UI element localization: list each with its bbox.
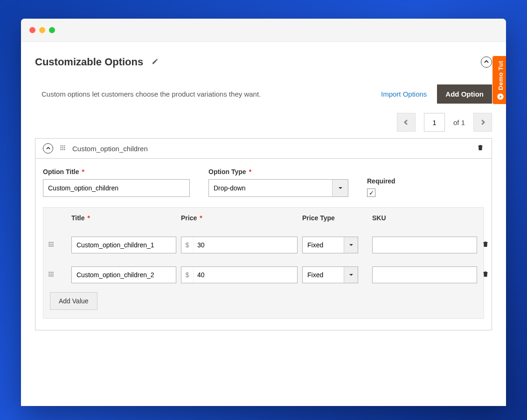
add-option-button[interactable]: Add Option <box>437 84 492 104</box>
option-header: Custom_option_children <box>35 139 492 159</box>
page-content: Customizable Options Custom options let … <box>21 42 506 330</box>
drag-handle-icon[interactable] <box>48 271 67 279</box>
svg-point-28 <box>52 275 54 277</box>
option-body: Option Title* Option Type* Drop-down <box>35 159 492 330</box>
delete-row-icon[interactable] <box>482 270 505 280</box>
section-title: Customizable Options <box>35 56 143 68</box>
chevron-down-icon <box>344 267 358 283</box>
svg-point-20 <box>49 272 50 273</box>
app-window: Customizable Options Custom options let … <box>21 19 506 406</box>
section-header: Customizable Options <box>35 56 492 68</box>
values-table-head: Title* Price* Price Type SKU <box>43 208 484 230</box>
svg-point-23 <box>49 273 50 275</box>
svg-point-16 <box>49 245 50 247</box>
col-price: Price* <box>181 214 298 222</box>
col-price-type: Price Type <box>302 214 368 222</box>
value-price-type-select[interactable]: Fixed <box>302 237 358 253</box>
value-sku-input[interactable] <box>372 237 477 253</box>
pager-page-input[interactable] <box>424 113 445 132</box>
svg-point-21 <box>50 272 52 273</box>
close-window-icon[interactable] <box>29 27 35 33</box>
maximize-window-icon[interactable] <box>49 27 55 33</box>
svg-point-27 <box>50 275 52 277</box>
col-sku: SKU <box>372 214 477 222</box>
collapse-section-icon[interactable] <box>481 56 492 68</box>
svg-point-12 <box>52 242 54 243</box>
svg-point-14 <box>50 244 52 245</box>
svg-point-17 <box>50 245 52 247</box>
add-value-button[interactable]: Add Value <box>50 292 97 310</box>
col-title: Title* <box>71 214 176 222</box>
option-block: Custom_option_children Option Title* <box>35 138 492 330</box>
option-values-table: Title* Price* Price Type SKU $ <box>43 207 484 319</box>
svg-point-13 <box>49 244 50 245</box>
svg-point-22 <box>52 272 54 273</box>
option-type-select[interactable]: Drop-down <box>208 179 348 197</box>
option-type-label: Option Type* <box>208 168 348 175</box>
svg-point-24 <box>50 273 52 275</box>
currency-symbol: $ <box>181 237 194 253</box>
svg-point-7 <box>62 149 63 150</box>
svg-point-2 <box>64 145 65 147</box>
drag-handle-icon[interactable] <box>60 144 66 153</box>
value-price-input-wrap: $ <box>181 266 298 283</box>
minimize-window-icon[interactable] <box>39 27 45 33</box>
pager-prev-button[interactable] <box>397 113 416 132</box>
import-options-link[interactable]: Import Options <box>381 90 427 98</box>
pager-next-button[interactable] <box>473 113 492 132</box>
play-circle-icon <box>497 93 504 100</box>
svg-marker-29 <box>349 274 353 276</box>
svg-point-8 <box>64 149 65 150</box>
value-price-input-wrap: $ <box>181 237 298 253</box>
traffic-lights <box>29 27 55 33</box>
svg-point-25 <box>52 273 54 275</box>
value-title-input[interactable] <box>71 266 176 283</box>
svg-point-15 <box>52 244 54 245</box>
option-type-field: Option Type* Drop-down <box>208 168 348 197</box>
svg-point-5 <box>64 147 65 148</box>
svg-point-18 <box>52 245 54 247</box>
option-required-checkbox[interactable]: ✓ <box>367 189 375 197</box>
option-name: Custom_option_children <box>72 145 148 153</box>
option-title-input[interactable] <box>43 179 190 197</box>
value-title-input[interactable] <box>71 237 176 253</box>
pager-of-label: of 1 <box>453 119 465 126</box>
svg-point-4 <box>62 147 63 148</box>
demo-tab-label: Demo Tut <box>497 61 504 90</box>
pencil-icon[interactable] <box>152 58 159 67</box>
table-row: $ Fixed <box>43 230 484 260</box>
option-required-label: Required <box>367 177 395 185</box>
chevron-down-icon <box>332 180 348 196</box>
svg-point-11 <box>50 242 52 243</box>
svg-point-10 <box>49 242 50 243</box>
option-title-label: Option Title* <box>43 168 190 175</box>
delete-option-icon[interactable] <box>477 143 484 154</box>
collapse-option-icon[interactable] <box>43 143 53 154</box>
svg-point-6 <box>60 149 62 150</box>
window-titlebar <box>21 19 506 42</box>
chevron-down-icon <box>344 237 358 253</box>
svg-point-26 <box>49 275 50 277</box>
value-price-input[interactable] <box>194 237 297 253</box>
value-price-input[interactable] <box>194 267 297 283</box>
svg-point-0 <box>60 145 62 147</box>
svg-marker-9 <box>339 187 342 189</box>
drag-handle-icon[interactable] <box>48 241 67 249</box>
svg-point-1 <box>62 145 63 147</box>
svg-marker-19 <box>349 244 353 246</box>
subheader: Custom options let customers choose the … <box>35 84 492 104</box>
currency-symbol: $ <box>181 267 194 283</box>
option-title-field: Option Title* <box>43 168 190 197</box>
subheader-text: Custom options let customers choose the … <box>42 90 261 98</box>
value-sku-input[interactable] <box>372 266 477 283</box>
demo-side-tab[interactable]: Demo Tut <box>492 56 506 104</box>
table-row: $ Fixed <box>43 260 484 290</box>
option-required-field: Required ✓ <box>367 177 395 197</box>
pager: of 1 <box>35 113 492 132</box>
svg-point-3 <box>60 147 62 148</box>
delete-row-icon[interactable] <box>482 240 505 250</box>
value-price-type-select[interactable]: Fixed <box>302 266 358 283</box>
